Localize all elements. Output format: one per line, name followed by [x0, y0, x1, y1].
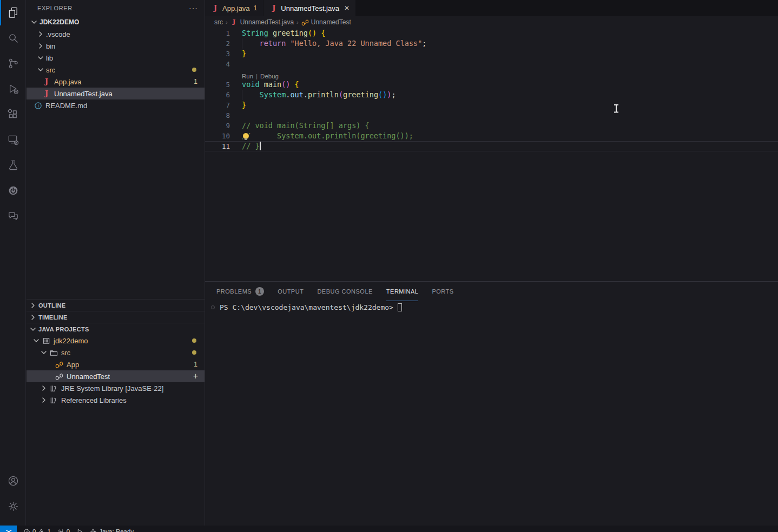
code-line-text: String greeting() { — [242, 28, 326, 38]
codelens: Run|Debug — [205, 69, 778, 79]
code-line-text: // System.out.println(greeting()); — [242, 131, 413, 141]
account-icon[interactable] — [0, 468, 26, 494]
settings-gear-icon[interactable] — [0, 494, 26, 519]
java-project-app-class[interactable]: App 1 — [27, 358, 205, 370]
library-icon — [49, 384, 58, 393]
code-line[interactable]: 7} — [205, 100, 778, 110]
lightbulb-icon[interactable] — [243, 133, 249, 139]
codelens-run-link[interactable]: Run — [242, 73, 253, 79]
code-line-text: System.out.println(greeting()); — [242, 90, 396, 100]
section-java-projects[interactable]: JAVA PROJECTS — [27, 323, 205, 335]
bottom-panel: PROBLEMS 1 OUTPUT DEBUG CONSOLE TERMINAL… — [205, 281, 778, 526]
line-number: 7 — [205, 100, 230, 110]
explorer-item-readme-md[interactable]: README.md — [27, 99, 205, 111]
java-project-jdk22demo[interactable]: jdk22demo — [27, 335, 205, 347]
java-project-src[interactable]: src — [27, 347, 205, 358]
coffee-cup-icon — [90, 528, 97, 532]
section-outline[interactable]: OUTLINE — [27, 299, 205, 311]
code-line[interactable]: 8 — [205, 110, 778, 121]
explorer-root-folder[interactable]: JDK22DEMO — [27, 16, 205, 28]
explorer-item-vscode[interactable]: .vscode — [27, 28, 205, 40]
explorer-item-app-java[interactable]: J App.java 1 — [27, 76, 205, 88]
code-line[interactable]: 3} — [205, 49, 778, 59]
terminal-cursor — [398, 303, 402, 311]
code-editor[interactable]: 1String greeting() {2 return "Hello, Jav… — [205, 28, 778, 281]
run-and-debug-icon[interactable] — [0, 76, 26, 102]
sidebar-title: EXPLORER — [37, 5, 72, 11]
problems-count-badge: 1 — [255, 287, 264, 296]
code-line[interactable]: 10// System.out.println(greeting()); — [205, 131, 778, 141]
explorer-item-bin[interactable]: bin — [27, 40, 205, 52]
chevron-right-icon — [36, 42, 45, 50]
explorer-item-lib[interactable]: lib — [27, 52, 205, 64]
search-icon[interactable] — [0, 25, 26, 51]
code-line[interactable]: 5void main() { — [205, 79, 778, 90]
sidebar-header: EXPLORER ··· — [27, 0, 205, 16]
panel-tab-ports[interactable]: PORTS — [432, 282, 453, 301]
tab-app-java[interactable]: J App.java 1 — [205, 0, 263, 16]
command-decoration-icon — [211, 305, 215, 309]
testing-icon[interactable] — [0, 152, 26, 178]
code-line[interactable]: 1String greeting() { — [205, 28, 778, 38]
panel-tab-problems[interactable]: PROBLEMS 1 — [216, 282, 264, 301]
tab-unnamedtest-java[interactable]: J UnnamedTest.java ✕ — [263, 0, 355, 16]
java-status[interactable]: Java: Ready — [90, 528, 134, 532]
code-line[interactable]: 2 return "Hello, Java 22 Unnamed Class"; — [205, 38, 778, 49]
code-lines: 1String greeting() {2 return "Hello, Jav… — [205, 28, 778, 151]
code-line-text: void main() { — [242, 79, 299, 90]
java-project-jre-library[interactable]: JRE System Library [JavaSE-22] — [27, 382, 205, 394]
tab-warning-badge: 1 — [254, 4, 258, 12]
class-symbol-icon — [301, 18, 309, 26]
modified-dot-badge — [192, 350, 196, 355]
sidebar-bottom-sections: OUTLINE TIMELINE JAVA PROJECTS jdk22demo — [27, 299, 205, 406]
code-line[interactable]: 4 — [205, 59, 778, 69]
chevron-right-icon — [39, 396, 48, 404]
java-file-icon: J — [211, 4, 220, 12]
source-control-icon[interactable] — [0, 51, 26, 76]
chevron-right-icon — [39, 384, 48, 393]
breadcrumb-symbol[interactable]: UnnamedTest — [301, 18, 351, 26]
ports-status[interactable]: 0 — [57, 528, 70, 532]
explorer-item-src[interactable]: src — [27, 64, 205, 76]
panel-tab-output[interactable]: OUTPUT — [278, 282, 304, 301]
explorer-icon[interactable] — [0, 0, 26, 25]
editor-tab-bar: J App.java 1 J UnnamedTest.java ✕ — [205, 0, 778, 16]
chevron-down-icon — [36, 54, 45, 62]
explorer-item-unnamedtest-java[interactable]: J UnnamedTest.java — [27, 88, 205, 99]
remote-explorer-icon[interactable] — [0, 127, 26, 152]
more-actions-icon[interactable]: ··· — [189, 4, 198, 12]
class-symbol-icon — [55, 372, 63, 381]
add-action-icon[interactable]: + — [193, 372, 198, 381]
breadcrumb-file[interactable]: J UnnamedTest.java — [230, 18, 294, 26]
chevron-down-icon — [39, 348, 48, 357]
code-line[interactable]: 6 System.out.println(greeting()); — [205, 90, 778, 100]
codelens-separator: | — [256, 73, 258, 79]
panel-tab-debug-console[interactable]: DEBUG CONSOLE — [317, 282, 372, 301]
section-timeline[interactable]: TIMELINE — [27, 311, 205, 323]
code-line[interactable]: 9// void main(String[] args) { — [205, 121, 778, 131]
panel-tab-bar: PROBLEMS 1 OUTPUT DEBUG CONSOLE TERMINAL… — [205, 282, 778, 301]
activity-bar — [0, 0, 26, 526]
panel-tab-terminal[interactable]: TERMINAL — [386, 282, 419, 301]
run-status[interactable] — [76, 528, 83, 532]
java-file-icon: J — [42, 77, 51, 86]
chevron-down-icon — [36, 65, 45, 74]
remote-indicator[interactable]: >< — [0, 526, 17, 532]
close-tab-icon[interactable]: ✕ — [344, 4, 350, 12]
code-line-text: // } — [242, 141, 261, 151]
radio-tower-icon — [57, 528, 64, 532]
java-project-referenced-libraries[interactable]: Referenced Libraries — [27, 394, 205, 406]
chevron-down-icon — [29, 325, 37, 334]
problems-status[interactable]: 0 1 — [23, 528, 51, 532]
extensions-icon[interactable] — [0, 102, 26, 127]
codelens-debug-link[interactable]: Debug — [260, 73, 279, 79]
line-number: 3 — [205, 49, 230, 59]
chevron-down-icon — [30, 18, 38, 26]
code-line[interactable]: 11// } — [205, 141, 778, 151]
breadcrumb-folder[interactable]: src — [214, 18, 223, 26]
comments-icon[interactable] — [0, 203, 26, 229]
java-project-unnamedtest-class[interactable]: UnnamedTest + — [27, 370, 205, 382]
chevron-right-icon — [29, 313, 37, 322]
terminal[interactable]: PS C:\dev\vscodejava\maventest\jdk22demo… — [205, 303, 778, 526]
power-dashboard-icon[interactable] — [0, 178, 26, 203]
